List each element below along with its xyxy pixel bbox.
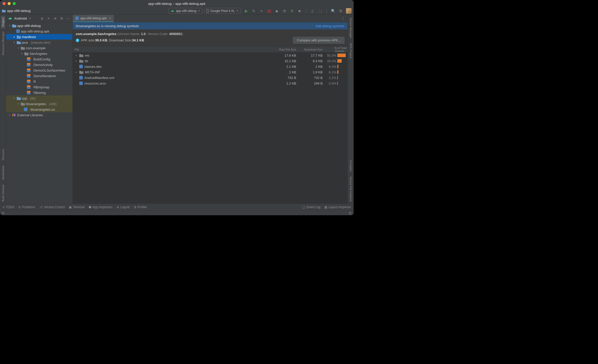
tree-cpp[interactable]: ▾cpp (lib)	[6, 95, 72, 101]
binary-file-icon	[24, 108, 27, 111]
problems-tab[interactable]: ⊘ Problems	[18, 205, 35, 209]
gear-icon[interactable]: ⚙	[60, 16, 64, 20]
table-row[interactable]: ▸res17.8 KB17.7 KB55.3%	[73, 53, 348, 58]
apk-contents-table: File Raw File Size Download Size % of To…	[73, 46, 348, 201]
chevron-down-icon[interactable]: ▼	[29, 17, 31, 20]
expand-icon[interactable]: ▸	[75, 71, 78, 73]
table-row[interactable]: ▸META-INF2 KB1.9 KB6.1%	[73, 69, 348, 75]
tree-so-file[interactable]: libsanangeles.so	[6, 107, 72, 112]
status-window-icon[interactable]: ⧉	[2, 211, 4, 215]
col-raw-size[interactable]: Raw File Size	[271, 48, 299, 51]
tree-class[interactable]: R	[6, 79, 72, 84]
tree-class[interactable]: BuildConfig	[6, 56, 72, 62]
apk-project-tab[interactable]: APK Project	[349, 41, 353, 60]
tree-root[interactable]: ▾app-x86-debug	[6, 23, 72, 28]
table-row[interactable]: classes.dex2.1 KB2 KB6.3%	[73, 64, 348, 69]
folder-icon	[79, 54, 83, 57]
version-control-tab[interactable]: ⎇ Version Control	[39, 205, 65, 209]
build-variants-tab[interactable]: Build Variants	[1, 183, 5, 204]
android-icon	[171, 9, 174, 13]
tree-apk[interactable]: app-x86-debug.apk	[6, 28, 72, 34]
tree-class[interactable]: DemoGLSurfaceView	[6, 68, 72, 73]
target-icon[interactable]: ⊕	[40, 16, 44, 20]
download-size: 294 B	[299, 81, 325, 85]
terminal-tab[interactable]: ▣ Terminal	[69, 205, 84, 209]
layout-inspector-tab[interactable]: ▦ Layout Inspector	[324, 205, 351, 209]
profiler-tab[interactable]: ◔ Profiler	[134, 205, 147, 209]
table-row[interactable]: AndroidManifest.xml732 B732 B2.2%	[73, 75, 348, 80]
bookmarks-tab[interactable]: Bookmarks	[1, 163, 5, 181]
app-inspection-tab[interactable]: ⬢ App Inspection	[89, 205, 113, 209]
expand-icon[interactable]: ▸	[75, 54, 78, 57]
tree-external-libs[interactable]: ▸External Libraries	[6, 112, 72, 118]
lock-icon[interactable]	[349, 211, 352, 214]
package-icon	[21, 46, 25, 50]
col-percent[interactable]: % of Total Downlo...	[325, 46, 348, 53]
tree-class[interactable]: DemoRenderer	[6, 73, 72, 79]
percent-bar	[337, 76, 348, 79]
tree-package[interactable]: ▾com.example	[6, 45, 72, 51]
editor-tab[interactable]: app-x86-debug.apk ×	[73, 15, 114, 22]
debug-button[interactable]: 🐞	[267, 9, 271, 13]
profile-button[interactable]: ◔	[282, 9, 287, 13]
tree-class-folder[interactable]: ▾SanAngeles	[6, 51, 72, 56]
table-row[interactable]: ▸lib10.1 KB9.3 KB29.2%	[73, 58, 348, 64]
file-name: resources.arsc	[84, 81, 106, 85]
add-debug-symbols-link[interactable]: Add debug symbols	[316, 24, 344, 28]
col-download-size[interactable]: Download Size	[299, 48, 325, 51]
tree-class[interactable]: DemoActivity	[6, 62, 72, 68]
device-file-explorer-tab[interactable]: Device File Explorer	[349, 175, 353, 204]
collapse-icon[interactable]: ≢	[53, 16, 57, 20]
device-manager-tab[interactable]: Device Manager	[349, 16, 353, 40]
col-file[interactable]: File	[73, 48, 271, 51]
percent: 6.3%	[325, 65, 337, 69]
kotlin-file-icon	[27, 91, 30, 94]
sidebar-mode[interactable]: Android	[14, 16, 27, 20]
run-config-combo[interactable]: app-x86-debug ▼	[168, 8, 202, 14]
step-over-icon[interactable]: ≡	[259, 9, 264, 13]
percent: 2.2%	[325, 76, 337, 80]
user-avatar[interactable]	[346, 8, 352, 14]
structure-tab[interactable]: Structure	[1, 147, 5, 162]
run-button[interactable]: ▶	[244, 9, 248, 13]
attach-debugger-button[interactable]: ⚙	[290, 9, 294, 13]
close-tab-icon[interactable]: ×	[109, 16, 111, 20]
coverage-button[interactable]: ◆	[274, 9, 279, 13]
kotlin-file-icon	[27, 57, 30, 61]
raw-size: 2.1 KB	[271, 65, 299, 69]
hide-icon[interactable]: —	[66, 16, 70, 20]
percent-bar	[337, 59, 348, 63]
breadcrumb[interactable]: app-x86-debug	[2, 9, 30, 13]
tree-manifests[interactable]: ▸manifests	[6, 34, 72, 40]
tree-java[interactable]: ▾java (classes.dex)	[6, 40, 72, 45]
tree-lib[interactable]: ▾libsanangeles (x86)	[6, 101, 72, 107]
rerun-button[interactable]: ↻	[251, 9, 256, 13]
folder-icon	[17, 96, 21, 100]
resource-manager-tab[interactable]: Resource Manager	[1, 29, 5, 57]
search-icon[interactable]: 🔍	[331, 9, 335, 13]
todo-tab[interactable]: ≡ TODO	[3, 205, 14, 209]
expand-icon[interactable]: ≡	[46, 16, 51, 20]
sync-icon[interactable]: ⬚	[318, 9, 322, 13]
tab-menu-icon[interactable]: ⋮	[338, 15, 348, 22]
package-name: com.example.SanAngeles	[76, 32, 116, 36]
stop-button[interactable]: ■	[297, 9, 302, 13]
device-combo[interactable]: Google Pixel 4 XL ▼	[204, 8, 241, 14]
kotlin-file-icon	[27, 80, 30, 83]
project-tree[interactable]: ▾app-x86-debug app-x86-debug.apk ▸manife…	[6, 22, 72, 204]
settings-icon[interactable]: ⚙	[338, 9, 343, 13]
device-manager-icon[interactable]: ▯	[310, 9, 315, 13]
tree-class[interactable]: R$mipmap	[6, 84, 72, 90]
expand-icon[interactable]: ▸	[75, 60, 78, 62]
table-row[interactable]: resources.arsc1.2 KB294 B0.9%	[73, 80, 348, 86]
compare-apk-button[interactable]: Compare with previous APK...	[293, 37, 344, 44]
apk-size: 39.5 KB	[95, 38, 107, 42]
emulator-tab[interactable]: Emulator	[349, 158, 353, 174]
tree-class[interactable]: R$string	[6, 90, 72, 95]
event-log-tab[interactable]: ◯ Event Log	[302, 205, 320, 209]
table-header: File Raw File Size Download Size % of To…	[73, 46, 348, 53]
project-tab[interactable]: Project	[1, 16, 5, 28]
raw-size: 10.1 KB	[271, 59, 299, 63]
percent: 6.1%	[325, 70, 337, 74]
logcat-tab[interactable]: ≣ Logcat	[117, 205, 130, 209]
